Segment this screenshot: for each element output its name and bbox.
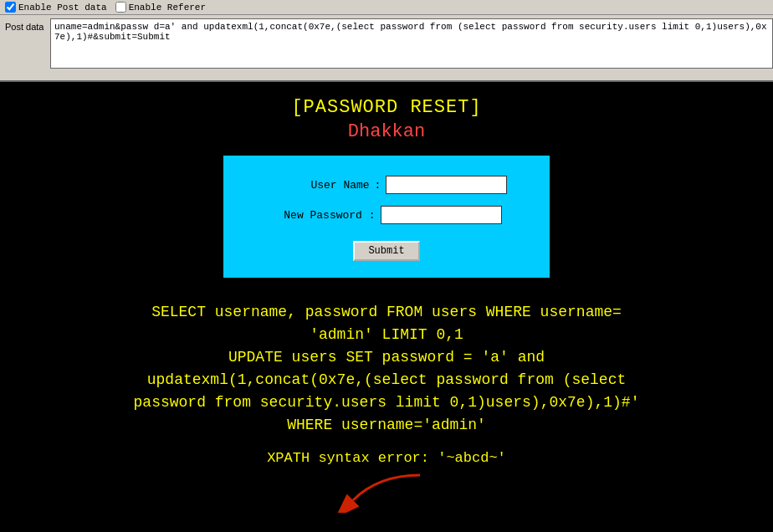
enable-post-data-label: Enable Post data [18,3,107,13]
sql-line-5: password from security.users limit 0,1)u… [134,391,640,414]
post-data-section: Post data uname=admin&passw d=a' and upd… [0,15,773,82]
submit-button[interactable]: Submit [353,241,419,261]
password-input[interactable] [381,206,502,224]
password-row: New Password : [240,206,533,224]
sql-line-1: SELECT username, password FROM users WHE… [134,301,640,324]
sql-line-3: UPDATE users SET password = 'a' and [134,346,640,369]
enable-referer-checkbox[interactable]: Enable Referer [115,2,206,13]
post-data-label: Post data [0,18,50,35]
sql-line-6: WHERE username='admin' [134,414,640,437]
password-reset-subtitle: Dhakkan [348,121,425,142]
arrow-container [336,471,437,513]
post-data-input[interactable]: uname=admin&passw d=a' and updatexml(1,c… [50,18,773,69]
top-toolbar: Enable Post data Enable Referer [0,0,773,15]
enable-post-data-checkbox[interactable]: Enable Post data [5,2,107,13]
username-row: User Name : [240,176,533,194]
username-input[interactable] [386,176,507,194]
sql-block: SELECT username, password FROM users WHE… [117,294,657,443]
sql-line-2: 'admin' LIMIT 0,1 [134,324,640,346]
username-colon: : [375,179,381,192]
enable-referer-label: Enable Referer [129,3,206,13]
arrow-icon [336,471,437,513]
password-label: New Password : [272,209,381,222]
password-reset-container: [PASSWORD RESET] Dhakkan User Name : New… [0,82,773,513]
sql-line-4: updatexml(1,concat(0x7e,(select password… [134,369,640,391]
password-reset-title: [PASSWORD RESET] [291,97,481,118]
username-label: User Name [266,179,375,192]
xpath-error: XPATH syntax error: '~abcd~' [267,450,506,466]
main-content: [PASSWORD RESET] Dhakkan User Name : New… [0,82,773,513]
password-reset-form: User Name : New Password : Submit [223,156,550,278]
